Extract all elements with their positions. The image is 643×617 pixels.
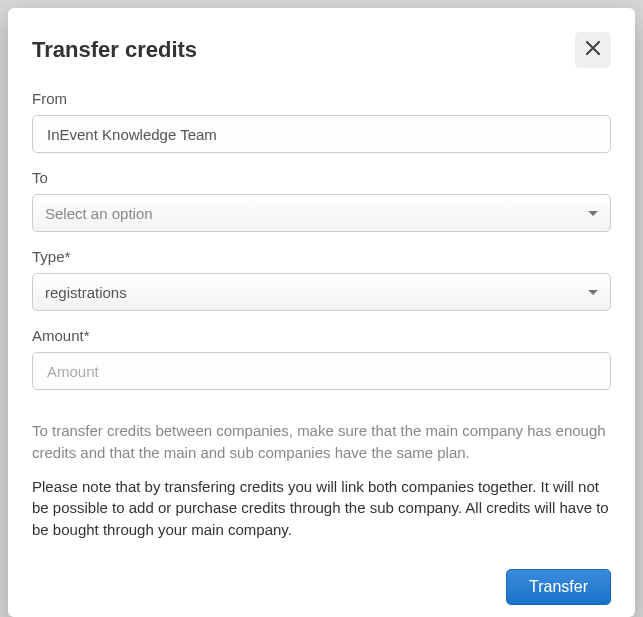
close-icon: [585, 40, 601, 60]
modal-header: Transfer credits: [32, 32, 611, 68]
from-field[interactable]: [45, 116, 598, 152]
amount-group: Amount*: [32, 327, 611, 390]
type-selected: registrations: [45, 284, 127, 301]
from-input[interactable]: [32, 115, 611, 153]
close-button[interactable]: [575, 32, 611, 68]
type-select[interactable]: registrations: [32, 273, 611, 311]
to-placeholder: Select an option: [45, 205, 153, 222]
amount-input[interactable]: [32, 352, 611, 390]
type-label: Type*: [32, 248, 611, 265]
help-text: To transfer credits between companies, m…: [32, 420, 611, 464]
from-label: From: [32, 90, 611, 107]
type-group: Type* registrations: [32, 248, 611, 311]
transfer-button[interactable]: Transfer: [506, 569, 611, 605]
to-group: To Select an option: [32, 169, 611, 232]
to-label: To: [32, 169, 611, 186]
to-select[interactable]: Select an option: [32, 194, 611, 232]
amount-label: Amount*: [32, 327, 611, 344]
modal-title: Transfer credits: [32, 37, 197, 63]
note-text: Please note that by transfering credits …: [32, 476, 611, 541]
transfer-credits-modal: Transfer credits From To Select an optio…: [8, 8, 635, 617]
amount-field[interactable]: [45, 353, 598, 389]
modal-footer: Transfer: [32, 569, 611, 605]
from-group: From: [32, 90, 611, 153]
chevron-down-icon: [588, 211, 598, 216]
chevron-down-icon: [588, 290, 598, 295]
